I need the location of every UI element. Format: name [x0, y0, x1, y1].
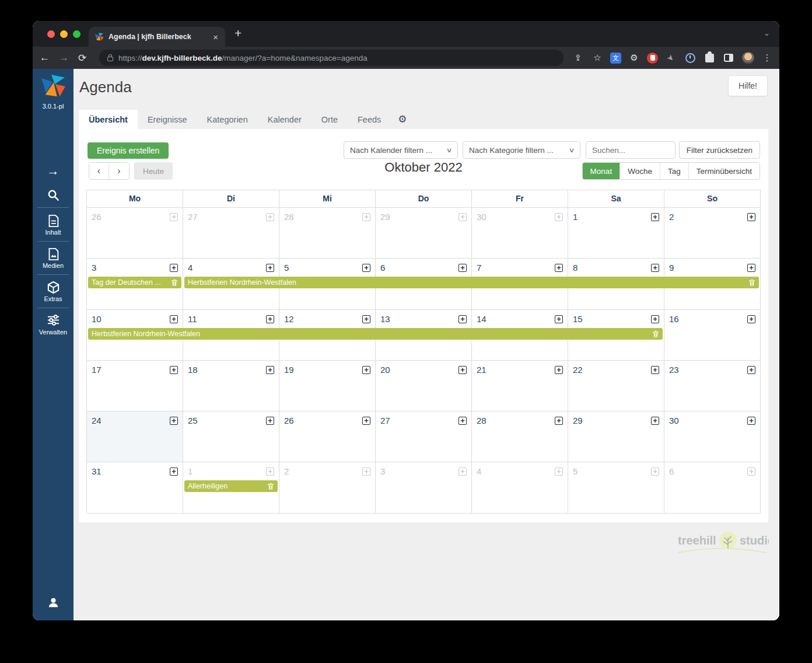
add-event-icon[interactable]: + — [651, 467, 659, 476]
day-cell[interactable]: 26+ — [279, 411, 376, 462]
create-event-button[interactable]: Ereignis erstellen — [88, 142, 169, 159]
add-event-icon[interactable]: + — [170, 213, 178, 221]
day-cell[interactable]: 29+ — [568, 411, 664, 462]
adblock-extension-icon[interactable] — [647, 53, 658, 64]
tab-orte[interactable]: Orte — [312, 110, 348, 129]
day-cell[interactable]: 6+ — [664, 462, 761, 513]
day-cell[interactable]: 25+ — [183, 411, 279, 462]
forward-button[interactable]: → — [59, 52, 69, 64]
add-event-icon[interactable]: + — [170, 467, 178, 476]
event-bar[interactable]: Herbstferien Nordrhein-Westfalen — [184, 277, 759, 288]
add-event-icon[interactable]: + — [651, 264, 659, 272]
add-event-icon[interactable]: + — [555, 264, 563, 272]
view-terminbersicht[interactable]: Terminübersicht — [688, 163, 760, 179]
day-cell[interactable]: 28+ — [279, 208, 376, 259]
add-event-icon[interactable]: + — [459, 366, 467, 374]
add-event-icon[interactable]: + — [362, 315, 370, 323]
browser-menu-icon[interactable]: ⋮ — [761, 51, 774, 64]
add-event-icon[interactable]: + — [555, 417, 563, 425]
add-event-icon[interactable]: + — [266, 315, 274, 323]
day-cell[interactable]: 1+ — [568, 208, 664, 259]
search-icon[interactable] — [33, 189, 74, 204]
sidebar-item-verwalten[interactable]: Verwalten — [33, 329, 74, 336]
day-cell[interactable]: 4+ — [472, 462, 568, 513]
add-event-icon[interactable]: + — [651, 213, 659, 221]
side-panel-icon[interactable] — [722, 51, 735, 64]
view-monat[interactable]: Monat — [583, 163, 620, 179]
add-event-icon[interactable]: + — [170, 264, 178, 272]
add-event-icon[interactable]: + — [266, 264, 274, 272]
add-event-icon[interactable]: + — [362, 417, 370, 425]
day-cell[interactable]: 2+ — [664, 208, 761, 259]
day-cell[interactable]: 27+ — [183, 208, 279, 259]
tab-feeds[interactable]: Feeds — [348, 110, 391, 129]
add-event-icon[interactable]: + — [362, 264, 370, 272]
day-cell[interactable]: 24+ — [87, 411, 183, 462]
settings-extension-icon[interactable]: ⚙ — [628, 51, 640, 64]
minimize-window-button[interactable] — [60, 30, 68, 38]
manage-sliders-icon[interactable] — [33, 314, 74, 329]
tab-search-chevron-icon[interactable]: ⌄ — [764, 29, 770, 37]
add-event-icon[interactable]: + — [362, 467, 370, 476]
translate-extension-icon[interactable]: 文 — [610, 53, 621, 64]
tab-ereignisse[interactable]: Ereignisse — [138, 110, 197, 129]
close-window-button[interactable] — [47, 30, 55, 38]
add-event-icon[interactable]: + — [170, 417, 178, 425]
add-event-icon[interactable]: + — [747, 366, 755, 374]
add-event-icon[interactable]: + — [555, 213, 563, 221]
day-cell[interactable]: 30+ — [664, 411, 761, 462]
extensions-puzzle-icon[interactable] — [703, 51, 716, 64]
collapse-arrow-icon[interactable]: → — [33, 164, 74, 178]
reset-filter-button[interactable]: Filter zurücksetzen — [679, 141, 760, 159]
add-event-icon[interactable]: + — [266, 467, 274, 476]
event-bar[interactable]: Tag der Deutschen ... — [88, 277, 181, 288]
day-cell[interactable]: 22+ — [568, 361, 664, 411]
help-button[interactable]: Hilfe! — [728, 75, 768, 96]
day-cell[interactable]: 30+ — [472, 208, 568, 259]
day-cell[interactable]: 16+ — [664, 310, 761, 361]
add-event-icon[interactable]: + — [747, 467, 755, 476]
day-cell[interactable]: 5+ — [568, 462, 664, 513]
sidebar-item-extras[interactable]: Extras — [33, 295, 74, 302]
add-event-icon[interactable]: + — [266, 366, 274, 374]
day-cell[interactable]: 17+ — [87, 361, 183, 411]
add-event-icon[interactable]: + — [651, 366, 659, 374]
add-event-icon[interactable]: + — [459, 264, 467, 272]
add-event-icon[interactable]: + — [459, 467, 467, 476]
add-event-icon[interactable]: + — [170, 315, 178, 323]
day-cell[interactable]: 29+ — [376, 208, 472, 259]
sidebar-item-inhalt[interactable]: Inhalt — [33, 229, 74, 236]
content-document-icon[interactable] — [33, 214, 74, 230]
calendar-filter-dropdown[interactable]: Nach Kalender filtern ... ∨ — [344, 141, 458, 159]
tab-settings-gear-icon[interactable]: ⚙ — [391, 110, 414, 129]
add-event-icon[interactable]: + — [555, 366, 563, 374]
day-cell[interactable]: 23+ — [664, 361, 761, 411]
add-event-icon[interactable]: + — [459, 213, 467, 221]
tab-close-icon[interactable]: × — [212, 32, 219, 42]
add-event-icon[interactable]: + — [651, 315, 659, 323]
profile-avatar[interactable] — [741, 51, 754, 64]
add-event-icon[interactable]: + — [651, 417, 659, 425]
trash-icon[interactable] — [170, 278, 178, 287]
add-event-icon[interactable]: + — [362, 366, 370, 374]
day-cell[interactable]: 18+ — [183, 361, 279, 411]
zoom-window-button[interactable] — [73, 30, 80, 38]
day-cell[interactable]: 20+ — [376, 361, 472, 411]
add-event-icon[interactable]: + — [555, 467, 563, 476]
extras-cube-icon[interactable] — [33, 281, 74, 296]
view-woche[interactable]: Woche — [620, 163, 660, 179]
add-event-icon[interactable]: + — [362, 213, 370, 221]
add-event-icon[interactable]: + — [266, 417, 274, 425]
timer-extension-icon[interactable] — [684, 51, 696, 64]
add-event-icon[interactable]: + — [459, 417, 467, 425]
view-tag[interactable]: Tag — [660, 163, 688, 179]
day-cell[interactable]: 31+ — [87, 462, 183, 513]
trash-icon[interactable] — [652, 330, 660, 338]
sidebar-item-medien[interactable]: Medien — [33, 262, 74, 269]
trash-icon[interactable] — [748, 278, 756, 287]
add-event-icon[interactable]: + — [747, 417, 755, 425]
add-event-icon[interactable]: + — [555, 315, 563, 323]
cursor-extension-icon[interactable]: ➤ — [662, 48, 680, 67]
category-filter-dropdown[interactable]: Nach Kategorie filtern ... ∨ — [463, 141, 580, 159]
address-bar[interactable]: https://dev.kjfh-billerbeck.de/manager/?… — [99, 50, 564, 66]
